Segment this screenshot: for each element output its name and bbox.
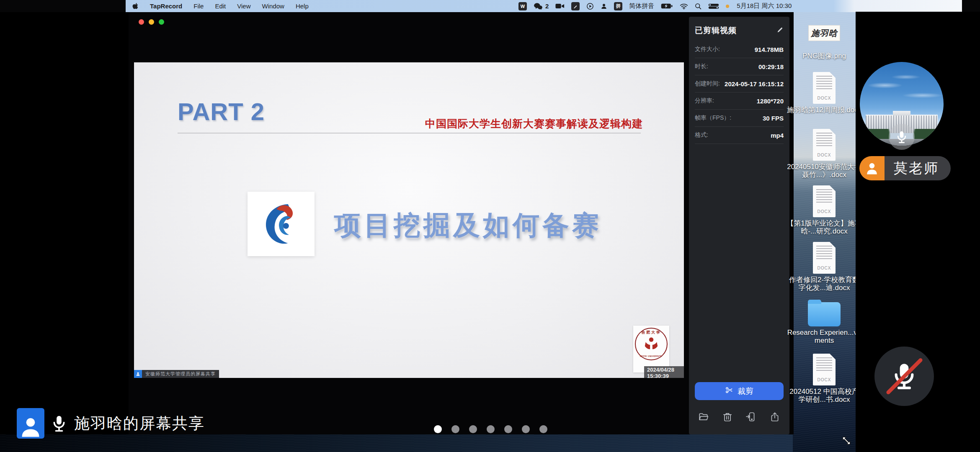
row-value: mp4: [771, 132, 784, 139]
row-value: 2024-05-17 16:15:12: [725, 80, 784, 87]
university-seal: 合肥大学 HEFEI UNIVERSITY: [633, 326, 669, 372]
row-label: 帧率（FPS）:: [695, 114, 731, 122]
menu-help[interactable]: Help: [296, 3, 309, 10]
slide-main-title: 项目挖掘及如何备赛: [334, 207, 602, 244]
pagination-dot[interactable]: [451, 425, 459, 433]
video-camera-icon[interactable]: [555, 3, 565, 9]
slide-part-label: PART 2: [178, 98, 265, 126]
png-thumbnail: 施羽晗: [808, 25, 840, 41]
minimize-button[interactable]: [149, 19, 154, 25]
menubar-right-black-corner: [962, 0, 980, 12]
ime-name[interactable]: 简体拼音: [629, 2, 654, 10]
wechat-icon[interactable]: [534, 3, 543, 10]
icon-label: PNG图像.png: [786, 52, 862, 60]
docx-file-icon: DOCX: [813, 242, 836, 274]
row-label: 创建时间:: [695, 80, 720, 87]
zoom-button[interactable]: [159, 19, 164, 25]
seal-bottom-text: HEFEI UNIVERSITY: [636, 355, 667, 357]
crop-button[interactable]: 裁剪: [695, 382, 784, 400]
menu-edit[interactable]: Edit: [215, 3, 226, 10]
sharer-avatar: [17, 408, 44, 439]
panel-title: 已剪辑视频: [695, 25, 737, 36]
info-row: 文件大小:914.78MB: [695, 41, 784, 58]
pagination-dot[interactable]: [522, 425, 530, 433]
seal-top-text: 合肥大学: [636, 330, 667, 335]
screen: TapRecord File Edit View Window Help W 2: [0, 0, 980, 452]
desktop-icon-docx[interactable]: DOCX 20240512 中国高校产学研创...书.docx: [793, 354, 856, 403]
banner-person-icon: [134, 370, 142, 378]
resize-cursor: [841, 435, 852, 448]
docx-file-icon: DOCX: [813, 129, 836, 161]
share-export-icon[interactable]: [769, 411, 780, 422]
ime-icon[interactable]: 拼: [614, 2, 622, 10]
pagination-dot[interactable]: [504, 425, 512, 433]
row-label: 时长:: [695, 63, 708, 70]
participant-person-icon: [859, 156, 885, 180]
edit-pencil-icon[interactable]: [776, 26, 784, 35]
pagination-dot[interactable]: [539, 425, 547, 433]
wechat-badge-count: 2: [545, 3, 549, 10]
menubar-clock[interactable]: 5月18日 周六 10:30: [737, 2, 792, 10]
icon-label: 20240510安徽师范大学聂竹...》.docx: [786, 163, 862, 179]
info-row: 分辨率:1280*720: [695, 92, 784, 110]
participant-mic-indicator: [889, 124, 915, 150]
meeting-video-panel: 莫老师: [856, 12, 980, 452]
row-label: 文件大小:: [695, 46, 720, 53]
participant-name: 莫老师: [885, 156, 951, 180]
send-to-device-icon[interactable]: [745, 411, 756, 422]
info-row: 格式:mp4: [695, 127, 784, 144]
menu-file[interactable]: File: [193, 3, 204, 10]
participant-name-pill: 莫老师: [859, 156, 951, 180]
seal-emblem: [643, 336, 659, 352]
docx-file-icon: DOCX: [813, 72, 836, 104]
delete-trash-icon[interactable]: [722, 411, 733, 422]
close-button[interactable]: [139, 19, 144, 25]
menubar-app-name[interactable]: TapRecord: [150, 3, 182, 10]
icon-label: 【第1版毕业论文】施羽晗-...研究.docx: [786, 219, 862, 235]
screen-share-hud: 施羽晗的屏幕共享: [17, 408, 205, 439]
wifi-icon[interactable]: [680, 3, 688, 10]
sharer-mic-icon: [51, 414, 67, 433]
banner-text: 安徽师范大学管理员的屏幕共享: [142, 370, 219, 378]
row-label: 分辨率:: [695, 97, 714, 105]
row-label: 格式:: [695, 131, 708, 139]
open-folder-icon[interactable]: [698, 411, 709, 422]
apple-menu-icon[interactable]: [132, 3, 139, 10]
desktop-icon-docx[interactable]: DOCX 施羽晗第12周周报.docx: [793, 72, 856, 114]
battery-icon[interactable]: [661, 3, 673, 9]
icon-label: 施羽晗第12周周报.docx: [786, 106, 862, 114]
pagination-dot[interactable]: [469, 425, 477, 433]
folder-icon: [808, 302, 841, 326]
video-preview-slide[interactable]: PART 2 中国国际大学生创新大赛赛事解读及逻辑构建 项目挖掘及如何备赛 合肥…: [134, 62, 684, 378]
icon-label: 20240512 中国高校产学研创...书.docx: [786, 388, 862, 403]
info-row: 时长:00:29:18: [695, 58, 784, 75]
slide-subtitle: 中国国际大学生创新大赛赛事解读及逻辑构建: [425, 117, 643, 131]
desktop-icon-png[interactable]: 施羽晗 PNG图像.png: [793, 25, 856, 60]
mute-button[interactable]: [874, 347, 934, 406]
wps-icon[interactable]: W: [518, 2, 527, 10]
window-traffic-lights: [139, 19, 164, 25]
recording-indicator-dot: [726, 5, 729, 8]
menu-window[interactable]: Window: [262, 3, 284, 10]
recording-timestamp: 2024/04/28 15:30:39: [644, 366, 684, 378]
pagination-dot[interactable]: [434, 425, 442, 433]
share-label: 施羽晗的屏幕共享: [74, 413, 205, 434]
row-value: 914.78MB: [755, 46, 784, 53]
crop-button-label: 裁剪: [738, 386, 753, 397]
recorded-share-banner: 安徽师范大学管理员的屏幕共享: [134, 370, 219, 378]
desktop-icon-docx[interactable]: DOCX 作者修回2-学校教育数字化发...迪.docx: [793, 242, 856, 292]
video-info-panel: 已剪辑视频 文件大小:914.78MB 时长:00:29:18 创建时间:202…: [689, 17, 789, 434]
pen-app-icon[interactable]: [571, 2, 580, 10]
desktop-icon-folder[interactable]: Research Experien...vements: [793, 302, 856, 344]
desktop-icon-docx[interactable]: DOCX 【第1版毕业论文】施羽晗-...研究.docx: [793, 185, 856, 235]
search-icon[interactable]: [695, 3, 701, 10]
desktop-icon-docx[interactable]: DOCX 20240510安徽师范大学聂竹...》.docx: [793, 129, 856, 179]
docx-file-icon: DOCX: [813, 185, 836, 217]
pagination-dot[interactable]: [487, 425, 495, 433]
menu-view[interactable]: View: [237, 3, 250, 10]
play-icon[interactable]: [586, 3, 594, 10]
info-row: 创建时间:2024-05-17 16:15:12: [695, 75, 784, 92]
control-center-icon[interactable]: [708, 3, 719, 10]
user-account-icon[interactable]: [601, 3, 607, 10]
menubar-left-black-corner: [0, 0, 126, 12]
